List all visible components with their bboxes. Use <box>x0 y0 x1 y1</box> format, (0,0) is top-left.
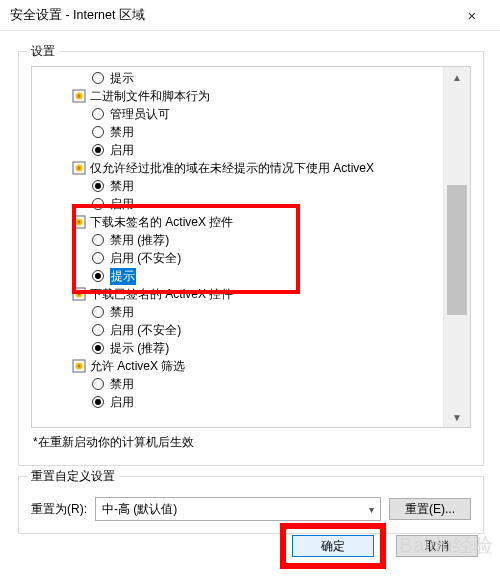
tree-group[interactable]: 二进制文件和脚本行为 <box>34 87 440 105</box>
tree-group[interactable]: 仅允许经过批准的域在未经提示的情况下使用 ActiveX <box>34 159 440 177</box>
scroll-down-icon[interactable]: ▼ <box>444 407 470 427</box>
reset-button[interactable]: 重置(E)... <box>389 498 471 520</box>
radio-option[interactable]: 启用 <box>34 393 440 411</box>
svg-point-5 <box>78 167 81 170</box>
radio-icon-selected <box>92 270 104 282</box>
radio-icon-selected <box>92 144 104 156</box>
svg-point-2 <box>78 95 81 98</box>
radio-option[interactable]: 禁用 <box>34 177 440 195</box>
radio-option[interactable]: 禁用 (推荐) <box>34 231 440 249</box>
cancel-button[interactable]: 取消 <box>396 535 478 557</box>
svg-point-8 <box>78 221 81 224</box>
radio-icon <box>92 252 104 264</box>
settings-note: *在重新启动你的计算机后生效 <box>31 434 471 451</box>
settings-group: 设置 提示 二进制文件和脚本行为 管理员认可 <box>18 51 484 466</box>
ok-button[interactable]: 确定 <box>292 535 374 557</box>
group-label: 仅允许经过批准的域在未经提示的情况下使用 ActiveX <box>90 160 374 177</box>
radio-icon-selected <box>92 396 104 408</box>
radio-icon <box>92 72 104 84</box>
tree-group-download-unsigned[interactable]: 下载未签名的 ActiveX 控件 <box>34 213 440 231</box>
option-label: 提示 (推荐) <box>110 340 169 357</box>
option-label-highlighted: 提示 <box>110 268 136 285</box>
radio-option[interactable]: 管理员认可 <box>34 105 440 123</box>
option-label: 启用 (不安全) <box>110 322 181 339</box>
scrollbar-vertical[interactable]: ▲ ▼ <box>443 67 470 427</box>
window-title: 安全设置 - Internet 区域 <box>10 7 452 24</box>
activex-icon <box>72 287 86 301</box>
option-label: 启用 <box>110 142 134 159</box>
cancel-button-label: 取消 <box>425 538 449 555</box>
activex-icon <box>72 89 86 103</box>
reset-level-value: 中-高 (默认值) <box>102 501 177 518</box>
highlight-box-annotation: 确定 <box>280 523 386 569</box>
radio-option[interactable]: 启用 <box>34 141 440 159</box>
group-label: 允许 ActiveX 筛选 <box>90 358 185 375</box>
reset-level-select[interactable]: 中-高 (默认值) ▾ <box>95 497 381 521</box>
scrollbar-thumb[interactable] <box>447 185 467 315</box>
radio-icon <box>92 198 104 210</box>
settings-tree-container: 提示 二进制文件和脚本行为 管理员认可 禁用 <box>31 66 471 428</box>
reset-button-label: 重置(E)... <box>405 501 455 518</box>
option-label: 禁用 <box>110 304 134 321</box>
scroll-up-icon[interactable]: ▲ <box>444 67 470 87</box>
activex-icon <box>72 359 86 373</box>
radio-option[interactable]: 禁用 <box>34 375 440 393</box>
close-icon[interactable]: × <box>452 7 492 24</box>
radio-option[interactable]: 禁用 <box>34 303 440 321</box>
group-label: 下载未签名的 ActiveX 控件 <box>90 214 233 231</box>
option-label: 启用 <box>110 196 134 213</box>
tree-group[interactable]: 允许 ActiveX 筛选 <box>34 357 440 375</box>
radio-icon <box>92 378 104 390</box>
svg-point-11 <box>78 293 81 296</box>
reset-group-label: 重置自定义设置 <box>27 468 119 485</box>
option-label: 禁用 (推荐) <box>110 232 169 249</box>
option-label: 禁用 <box>110 376 134 393</box>
radio-option[interactable]: 提示 <box>34 69 440 87</box>
radio-icon-selected <box>92 180 104 192</box>
reset-label: 重置为(R): <box>31 501 87 518</box>
radio-icon-selected <box>92 342 104 354</box>
svg-point-14 <box>78 365 81 368</box>
radio-option[interactable]: 提示 (推荐) <box>34 339 440 357</box>
settings-group-label: 设置 <box>27 43 59 60</box>
radio-icon <box>92 126 104 138</box>
radio-icon <box>92 108 104 120</box>
group-label: 下载已签名的 ActiveX 控件 <box>90 286 233 303</box>
dialog-buttons: 确定 取消 <box>280 523 478 569</box>
titlebar: 安全设置 - Internet 区域 × <box>0 0 500 31</box>
option-label: 管理员认可 <box>110 106 170 123</box>
activex-icon <box>72 161 86 175</box>
radio-option[interactable]: 启用 (不安全) <box>34 249 440 267</box>
option-label: 禁用 <box>110 124 134 141</box>
option-label: 启用 (不安全) <box>110 250 181 267</box>
radio-option[interactable]: 启用 (不安全) <box>34 321 440 339</box>
radio-option[interactable]: 禁用 <box>34 123 440 141</box>
radio-option[interactable]: 启用 <box>34 195 440 213</box>
radio-icon <box>92 324 104 336</box>
radio-option-selected[interactable]: 提示 <box>34 267 440 285</box>
radio-icon <box>92 234 104 246</box>
option-label: 启用 <box>110 394 134 411</box>
tree-group[interactable]: 下载已签名的 ActiveX 控件 <box>34 285 440 303</box>
radio-icon <box>92 306 104 318</box>
ok-button-label: 确定 <box>321 538 345 555</box>
group-label: 二进制文件和脚本行为 <box>90 88 210 105</box>
option-label: 禁用 <box>110 178 134 195</box>
chevron-down-icon: ▾ <box>369 504 374 515</box>
activex-icon <box>72 215 86 229</box>
option-label: 提示 <box>110 70 134 87</box>
settings-tree[interactable]: 提示 二进制文件和脚本行为 管理员认可 禁用 <box>34 69 440 425</box>
